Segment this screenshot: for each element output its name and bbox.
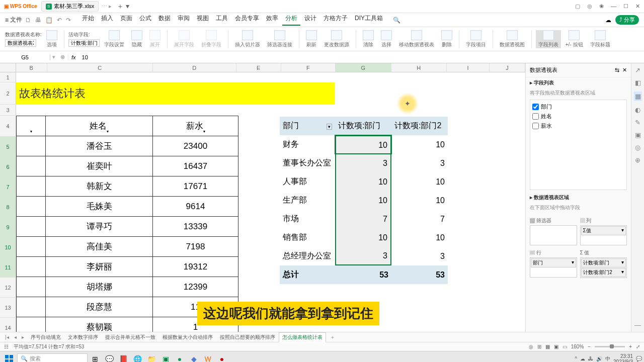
refresh-button[interactable]: 刷新 [303,30,319,48]
pivot-cell[interactable]: 3 [335,154,391,172]
pivot-cell[interactable]: 销售部 [280,228,335,247]
window-icon-3[interactable]: ❀ [599,3,604,10]
close-button[interactable]: ✕ [635,3,640,10]
sheet-tab[interactable]: 提示合并单元格不一致 [102,332,159,342]
row-head-13[interactable]: 13 [0,298,16,318]
table-cell[interactable]: 19312 [153,257,238,277]
area-item[interactable]: 计数项:部门2▾ [581,268,626,277]
menu-item-公式[interactable]: 公式 [136,14,154,26]
tray-icon[interactable]: 🔊 [596,356,602,361]
wps-icon[interactable]: W [201,353,214,363]
panel-pin-icon[interactable]: ⇆ [615,67,619,73]
field-items-button[interactable]: 字段项目 [463,30,489,48]
pivot-header[interactable]: 计数项:部门2 [391,117,448,135]
app-icon[interactable]: ◆ [187,353,200,363]
col-head-E[interactable]: E [236,63,281,72]
ime-icon[interactable]: 中 [605,355,610,363]
table-cell[interactable]: 崔奕叶 [46,156,153,176]
toolbar-icon[interactable]: ◧ [635,79,641,86]
tab-more-icon[interactable]: ⋯ ▸ [102,3,112,10]
table-cell[interactable]: 7198 [153,237,238,257]
pivot-header[interactable]: 计数项:部门 [335,117,391,135]
area-item[interactable]: Σ值▾ [581,226,626,235]
pivot-cell[interactable]: 人事部 [280,172,335,191]
table-cell[interactable]: 谭寻巧 [46,217,153,237]
menu-item-插入[interactable]: 插入 [98,14,116,26]
fullscreen-icon[interactable]: ⤢ [636,344,640,349]
menu-item-审阅[interactable]: 审阅 [175,14,193,26]
row-head-6[interactable]: 6 [0,157,16,177]
col-head-F[interactable]: F [281,63,336,72]
toolbar-icon[interactable]: ◐ [635,106,640,114]
col-head-C[interactable]: C [47,63,153,72]
toolbar-icon[interactable]: ▣ [635,131,641,139]
app-icon[interactable]: ● [173,353,186,363]
move-button[interactable]: 移动数据透视表 [396,30,437,48]
field-checkbox[interactable]: 姓名 [532,112,624,121]
table-cell[interactable]: 潘谷玉 [46,136,153,156]
taskbar-clock[interactable]: 23:31 2023/9/3 [613,353,633,363]
column-area[interactable]: Σ值▾ [580,225,627,245]
row-head-2[interactable]: 2 [0,82,16,105]
table-cell[interactable] [17,277,46,297]
table-cell[interactable]: 9614 [153,197,238,217]
toolbar-icon[interactable]: ▦ [634,92,642,101]
pivot-table[interactable]: 部门▾计数项:部门计数项:部门2财务1010董事长办公室33人事部1010生产部… [280,117,448,284]
field-checkbox[interactable]: 部门 [532,102,624,112]
pivot-chart-button[interactable]: 数据透视图 [497,30,527,48]
table-cell[interactable]: 韩新文 [46,176,153,197]
new-tab-button[interactable]: ＋ ▾ [117,2,129,11]
menu-item-视图[interactable]: 视图 [194,14,212,26]
record-icon[interactable]: ● [215,353,228,363]
col-head-G[interactable]: G [336,63,391,72]
table-cell[interactable]: 段彦慧 [46,297,153,317]
table-cell[interactable]: 12399 [153,277,238,297]
sheet-tab[interactable]: 怎么做表格统计表 [279,332,326,342]
col-head-I[interactable]: I [447,63,490,72]
pivot-total[interactable]: 53 [335,265,391,284]
table-cell[interactable] [17,257,46,277]
pm-button[interactable]: +/- 按钮 [563,30,586,48]
pivot-cell[interactable]: 生产部 [280,191,335,210]
tool-icon[interactable]: 🖶 [35,17,41,24]
cloud-icon[interactable]: ☁ [605,17,611,24]
table-cell[interactable]: 李妍丽 [46,257,153,277]
table-cell[interactable] [17,176,46,197]
table-header[interactable]: ▾ [17,116,46,136]
fx-icon[interactable]: fx [68,54,79,60]
menu-item-工具[interactable]: 工具 [213,14,231,26]
menu-item-页面[interactable]: 页面 [117,14,135,26]
row-head-10[interactable]: 10 [0,237,16,257]
tool-icon[interactable]: 🗋 [25,17,31,24]
table-cell[interactable] [17,217,46,237]
filter-area[interactable] [530,225,577,245]
field-settings-button[interactable]: 字段设置 [102,30,127,48]
sheet-tab[interactable]: 根据数量大小自动排序 [159,332,216,342]
area-item[interactable]: 计数项:部门▾ [581,258,626,267]
change-source-button[interactable]: 更改数据源 [321,30,352,48]
sheet-tab[interactable]: 按照自己想要的顺序排序 [216,332,279,342]
row-head-3[interactable]: 3 [0,105,16,116]
pivot-cell[interactable]: 7 [335,210,391,228]
table-cell[interactable] [17,197,46,217]
row-area[interactable]: 部门▾ [530,257,577,278]
table-cell[interactable]: 胡塔娜 [46,277,153,297]
tab-nav-prev[interactable]: ◂ [12,334,19,340]
row-head-1[interactable]: 1 [0,72,16,82]
field-list[interactable]: 部门姓名薪水 [530,100,627,190]
row-head-14[interactable]: 14 [0,318,16,332]
toolbar-icon[interactable]: ◎ [635,144,640,151]
table-cell[interactable] [17,237,46,257]
tray-icon[interactable]: ☁ [580,356,585,361]
select-button[interactable]: 选择 [378,30,394,48]
pivot-header[interactable]: 部门▾ [280,117,335,135]
pivot-name-input[interactable] [5,39,36,47]
table-cell[interactable]: 23400 [153,136,238,156]
pivot-cell[interactable]: 3 [391,247,448,265]
zoom-out-button[interactable]: − [588,344,591,349]
view-icon[interactable]: ▭ [562,344,567,349]
pivot-cell[interactable]: 10 [391,172,448,191]
file-tab[interactable]: S 素材-第三季.xlsx [41,1,99,12]
row-head-5[interactable]: 5 [0,137,16,157]
menu-item-效率[interactable]: 效率 [263,14,281,26]
